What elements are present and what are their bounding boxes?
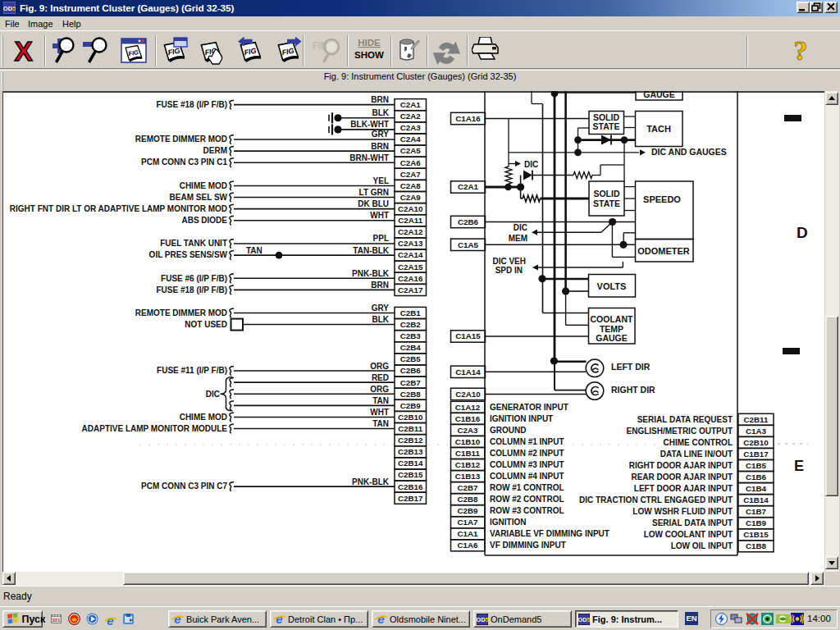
svg-text:321: 321 bbox=[52, 618, 61, 623]
svg-text:C2B11: C2B11 bbox=[398, 424, 423, 433]
svg-text:e: e bbox=[276, 613, 282, 625]
svg-text:BLK: BLK bbox=[372, 108, 389, 117]
svg-text:FUSE #18 (I/P F/B): FUSE #18 (I/P F/B) bbox=[156, 285, 227, 294]
svg-text:ROW #3 CONTROL: ROW #3 CONTROL bbox=[490, 506, 564, 515]
svg-text:COLUMN #1 INPUT: COLUMN #1 INPUT bbox=[490, 437, 564, 446]
svg-text:C2B5: C2B5 bbox=[400, 354, 422, 363]
svg-text:HIDE: HIDE bbox=[358, 38, 381, 48]
svg-text:C2A1: C2A1 bbox=[400, 100, 422, 109]
svg-text:LT GRN: LT GRN bbox=[359, 188, 389, 197]
svg-text:C1B7: C1B7 bbox=[746, 507, 767, 516]
svg-text:GENERATOR INPUT: GENERATOR INPUT bbox=[490, 403, 568, 412]
svg-text:FUSE #11 (I/P F/B): FUSE #11 (I/P F/B) bbox=[157, 366, 227, 375]
svg-text:PNK-BLK: PNK-BLK bbox=[352, 269, 390, 278]
svg-text:C2B9: C2B9 bbox=[457, 506, 478, 515]
svg-text:C2B7: C2B7 bbox=[457, 483, 478, 492]
svg-text:DIC: DIC bbox=[514, 223, 527, 232]
svg-text:PCM CONN C3 PIN C1: PCM CONN C3 PIN C1 bbox=[141, 158, 227, 167]
svg-text:COLUMN #4 INPUT: COLUMN #4 INPUT bbox=[490, 472, 564, 481]
svg-text:C1B5: C1B5 bbox=[746, 461, 767, 470]
svg-text:ADAPTIVE LAMP MONITOR MODULE: ADAPTIVE LAMP MONITOR MODULE bbox=[82, 424, 228, 433]
svg-text:WHT: WHT bbox=[370, 408, 389, 417]
svg-text:PCM CONN C3 PIN C7: PCM CONN C3 PIN C7 bbox=[141, 482, 227, 491]
svg-text:C2A16: C2A16 bbox=[398, 274, 423, 283]
svg-text:OD5: OD5 bbox=[477, 616, 488, 623]
svg-text:C1B12: C1B12 bbox=[455, 460, 481, 469]
svg-text:FUSE #18 (I/P F/B): FUSE #18 (I/P F/B) bbox=[156, 100, 227, 109]
svg-text:RIGHT DIR: RIGHT DIR bbox=[611, 385, 655, 395]
svg-text:C2A5: C2A5 bbox=[400, 146, 422, 155]
svg-text:SPEEDO: SPEEDO bbox=[643, 194, 681, 204]
svg-text:C2A15: C2A15 bbox=[398, 262, 423, 272]
svg-text:C2B1: C2B1 bbox=[400, 308, 422, 317]
svg-text:MEM: MEM bbox=[509, 234, 527, 243]
svg-text:DERM: DERM bbox=[203, 146, 227, 155]
svg-text:C2A4: C2A4 bbox=[400, 135, 422, 144]
svg-text:C1A7: C1A7 bbox=[457, 518, 478, 527]
svg-text:C1B11: C1B11 bbox=[455, 449, 481, 458]
svg-text:TEMP: TEMP bbox=[600, 324, 623, 334]
svg-text:C2A9: C2A9 bbox=[400, 193, 422, 202]
svg-text:RIGHT DOOR AJAR INPUT: RIGHT DOOR AJAR INPUT bbox=[629, 461, 733, 470]
svg-text:C2B9: C2B9 bbox=[400, 401, 422, 410]
svg-text:C2A8: C2A8 bbox=[400, 181, 422, 190]
svg-text:ENGLISH/METRIC OUTPUT: ENGLISH/METRIC OUTPUT bbox=[627, 427, 733, 436]
svg-text:e: e bbox=[174, 613, 180, 625]
svg-text:ROW #2 CONTROL: ROW #2 CONTROL bbox=[490, 495, 564, 504]
svg-text:e: e bbox=[107, 614, 113, 627]
svg-text:COLUMN #2 INPUT: COLUMN #2 INPUT bbox=[490, 449, 564, 458]
svg-text:C2B6: C2B6 bbox=[400, 366, 422, 375]
svg-text:VF DIMMING INPUT: VF DIMMING INPUT bbox=[490, 541, 566, 550]
svg-text:DK BLU: DK BLU bbox=[358, 199, 389, 208]
svg-text:C2B2: C2B2 bbox=[400, 320, 422, 329]
svg-text:C2A17: C2A17 bbox=[398, 285, 423, 294]
svg-text:BEAM SEL SW: BEAM SEL SW bbox=[170, 193, 228, 202]
svg-text:SHOW: SHOW bbox=[354, 50, 384, 60]
svg-text:DIC AND GAUGES: DIC AND GAUGES bbox=[651, 147, 727, 157]
svg-text:GRY: GRY bbox=[372, 304, 390, 313]
svg-text:C2B17: C2B17 bbox=[398, 494, 423, 503]
svg-text:C2A14: C2A14 bbox=[398, 250, 423, 259]
svg-text:C2A1: C2A1 bbox=[458, 182, 479, 191]
svg-text:TACH: TACH bbox=[646, 124, 671, 134]
svg-text:C2B10: C2B10 bbox=[398, 413, 423, 422]
svg-text:SERIAL DATA INPUT: SERIAL DATA INPUT bbox=[652, 518, 733, 527]
svg-text:SOLID: SOLID bbox=[593, 189, 620, 199]
svg-text:C2A2: C2A2 bbox=[400, 112, 422, 121]
svg-text:REMOTE DIMMER MOD: REMOTE DIMMER MOD bbox=[135, 308, 227, 317]
svg-text:PPL: PPL bbox=[373, 234, 389, 243]
svg-text:E: E bbox=[794, 458, 804, 474]
svg-text:DIC: DIC bbox=[524, 160, 538, 169]
svg-text:C2A11: C2A11 bbox=[398, 216, 423, 225]
svg-text:REMOTE DIMMER MOD: REMOTE DIMMER MOD bbox=[135, 135, 227, 144]
svg-text:C2B15: C2B15 bbox=[398, 470, 423, 479]
svg-text:C1A6: C1A6 bbox=[457, 541, 478, 550]
svg-text:C1B13: C1B13 bbox=[455, 472, 481, 481]
svg-text:C2B7: C2B7 bbox=[400, 378, 422, 387]
svg-text:ROW #1 CONTROL: ROW #1 CONTROL bbox=[490, 483, 564, 492]
svg-text:GRY: GRY bbox=[372, 130, 390, 139]
svg-text:?: ? bbox=[794, 37, 808, 65]
svg-text:C1A14: C1A14 bbox=[455, 368, 481, 377]
svg-text:SPD IN: SPD IN bbox=[495, 266, 523, 275]
svg-text:C2A13: C2A13 bbox=[398, 239, 423, 248]
svg-text:RIGHT FNT DIR LT OR ADAPTIVE L: RIGHT FNT DIR LT OR ADAPTIVE LAMP MONITO… bbox=[10, 204, 227, 213]
svg-text:TAN-BLK: TAN-BLK bbox=[353, 246, 389, 255]
svg-text:GROUND: GROUND bbox=[490, 426, 526, 435]
svg-text:C2B14: C2B14 bbox=[398, 459, 423, 468]
svg-text:BLK: BLK bbox=[372, 315, 389, 324]
svg-text:LOW WSHR FLUID INPUT: LOW WSHR FLUID INPUT bbox=[632, 507, 733, 516]
svg-text:C2B12: C2B12 bbox=[398, 436, 423, 445]
svg-text:COOLANT: COOLANT bbox=[591, 314, 633, 324]
svg-text:TAN: TAN bbox=[372, 396, 389, 405]
svg-text:FUSE #6 (I/P F/B): FUSE #6 (I/P F/B) bbox=[161, 274, 227, 283]
svg-text:OD5: OD5 bbox=[578, 616, 590, 623]
svg-text:NOT USED: NOT USED bbox=[185, 320, 227, 329]
svg-text:PNK-BLK: PNK-BLK bbox=[352, 477, 390, 486]
svg-text:C1A5: C1A5 bbox=[458, 240, 479, 249]
svg-text:ORG: ORG bbox=[370, 362, 389, 371]
svg-text:WHT: WHT bbox=[370, 211, 389, 220]
svg-text:C2B8: C2B8 bbox=[400, 390, 422, 399]
svg-text:IGNITION: IGNITION bbox=[490, 518, 526, 527]
svg-text:ORG: ORG bbox=[370, 385, 389, 394]
